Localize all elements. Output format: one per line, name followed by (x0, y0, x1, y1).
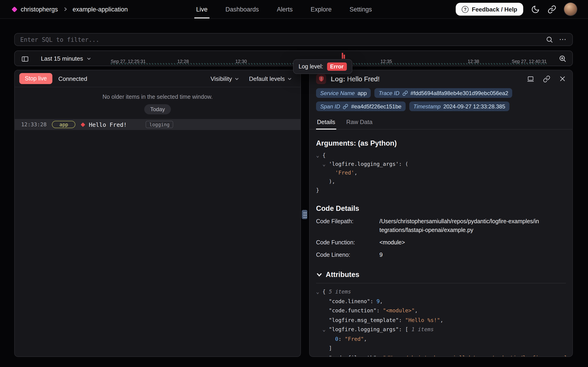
code-token (316, 354, 329, 357)
timeline-tick: 12:38 (468, 57, 479, 65)
sidebar-toggle-icon[interactable] (21, 55, 29, 63)
code-line: ⌄ { 5 items (316, 287, 566, 297)
timestamp-label: Timestamp (414, 103, 441, 109)
copy-link-icon[interactable] (543, 75, 550, 83)
collapse-caret-icon[interactable]: ⌄ (316, 152, 323, 158)
attributes-section-toggle[interactable]: Attributes (316, 271, 566, 284)
collapse-caret-icon[interactable]: ⌄ (323, 161, 329, 167)
user-avatar[interactable] (564, 3, 577, 16)
top-nav: christophergs example-application Live D… (0, 0, 588, 19)
collapse-caret-icon[interactable]: ⌄ (323, 326, 329, 333)
collapse-caret-icon[interactable]: ⌄ (316, 288, 323, 295)
timeline-tick: 12:35 (381, 57, 392, 65)
code-function-label: Code Function: (316, 238, 380, 247)
attributes-heading: Attributes (326, 271, 359, 279)
more-options-icon[interactable]: ⋯ (559, 36, 567, 43)
code-token: : [ (399, 326, 411, 333)
nav-tab-dashboards[interactable]: Dashboards (225, 0, 259, 18)
arguments-heading: Arguments: (as Python) (316, 139, 566, 147)
code-token (316, 326, 323, 333)
log-detail-panel: Log: Hello Fred! Service Name app Trace … (309, 70, 573, 357)
code-line: 'Fred', (316, 168, 566, 177)
sql-filter-input[interactable] (20, 36, 546, 43)
visibility-dropdown[interactable]: Visibility (210, 75, 239, 82)
sql-filter-bar: ⋯ (14, 33, 573, 46)
code-token (316, 298, 329, 304)
code-details-heading: Code Details (316, 204, 566, 213)
tab-raw-data[interactable]: Raw Data (346, 118, 373, 129)
feedback-help-label: Feedback / Help (472, 6, 517, 13)
attributes-code-block: ⌄ { 5 items "code.lineno": 9, "code.func… (316, 287, 566, 357)
today-button[interactable]: Today (144, 104, 171, 114)
code-token (316, 169, 335, 176)
breadcrumb-project[interactable]: example-application (73, 6, 128, 13)
code-token: "/Users/christophersamiullah/repos/pydan… (383, 354, 566, 357)
default-levels-dropdown[interactable]: Default levels (249, 75, 292, 82)
visibility-label: Visibility (210, 75, 232, 82)
code-line: "logfire.msg_template": "Hello %s!", (316, 315, 566, 325)
detail-title: Log: Hello Fred! (331, 75, 380, 83)
code-line: "code.function": "<module>", (316, 306, 566, 315)
timeline-tick: 12:28 (177, 57, 189, 65)
code-token: : (338, 335, 345, 342)
code-token: 9 (376, 298, 380, 304)
link-icon (343, 104, 348, 109)
trace-id-badge[interactable]: Trace ID #fdd5694a8fa98eb4e301d99ebc056e… (375, 88, 513, 98)
default-levels-label: Default levels (249, 75, 285, 82)
code-token: 'Fred' (335, 169, 354, 176)
dark-mode-moon-icon[interactable] (531, 5, 540, 14)
grip-dots-icon (303, 211, 306, 217)
logo-icon[interactable] (11, 6, 17, 12)
live-view-panel: Stop live Connected Visibility Default l… (14, 70, 301, 357)
code-line: ), (316, 177, 566, 186)
code-token (316, 178, 329, 185)
arguments-code-block: ⌄ { ⌄ 'logfire.logging_args': ( 'Fred', … (316, 151, 566, 195)
span-id-badge[interactable]: Span ID #ea4d5f226ec151be (316, 101, 406, 111)
code-token: "Fred" (345, 335, 364, 342)
nav-tab-settings[interactable]: Settings (350, 0, 372, 18)
dock-panel-icon[interactable] (527, 75, 534, 83)
trace-id-label: Trace ID (379, 90, 399, 96)
search-icon[interactable] (546, 36, 553, 43)
code-token (316, 317, 329, 323)
service-tag-badge: app (52, 121, 75, 128)
code-token: "logfire.logging_args" (329, 326, 399, 333)
code-token (316, 307, 329, 314)
time-range-selector[interactable]: Last 15 minutes (41, 51, 91, 66)
error-marker[interactable] (342, 52, 346, 59)
chevron-down-icon (287, 76, 292, 81)
close-icon[interactable] (559, 75, 566, 82)
timeline-tick: Sep 27, 12:25:31 (111, 57, 146, 65)
span-id-value: #ea4d5f226ec151be (351, 103, 401, 109)
code-token: , (364, 335, 367, 342)
nav-tab-live[interactable]: Live (196, 0, 208, 18)
nav-tab-alerts[interactable]: Alerts (277, 0, 293, 18)
code-token: , (354, 169, 357, 176)
stop-live-button[interactable]: Stop live (19, 73, 52, 84)
code-token: "<module>" (383, 307, 415, 314)
code-line: } (316, 186, 566, 195)
code-line: ] (316, 343, 566, 353)
code-token: 'logfire.logging_args' (329, 161, 399, 167)
log-row[interactable]: 12:33:28 app Hello Fred! logging (15, 119, 300, 130)
zoom-in-icon[interactable] (559, 55, 566, 62)
nav-tab-explore[interactable]: Explore (311, 0, 332, 18)
code-token: , (380, 298, 383, 304)
timestamp-badge: Timestamp 2024-09-27 12:33:28.385 (409, 101, 509, 111)
link-icon (402, 90, 408, 96)
breadcrumb-org[interactable]: christophergs (21, 6, 58, 13)
tick-label: 12:28 (177, 59, 189, 64)
code-line: ⌄ 'logfire.logging_args': ( (316, 160, 566, 168)
breadcrumb-separator-icon (62, 6, 68, 12)
panel-resize-handle[interactable] (302, 210, 307, 219)
service-name-badge: Service Name app (316, 88, 371, 98)
feedback-help-button[interactable]: ? Feedback / Help (456, 3, 523, 16)
question-circle-icon: ? (462, 6, 469, 13)
code-token: ] (329, 345, 332, 351)
timeline-tick: Sep 27, 12:40:31 (512, 57, 547, 65)
scope-tag-badge: logging (146, 121, 174, 128)
code-token: "Hello %s!" (405, 317, 440, 323)
tab-details[interactable]: Details (316, 118, 336, 129)
app-root: christophergs example-application Live D… (0, 0, 588, 367)
share-link-icon[interactable] (547, 5, 556, 14)
